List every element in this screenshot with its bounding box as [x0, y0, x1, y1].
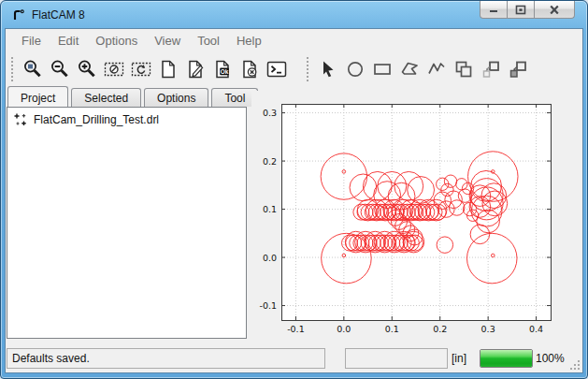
maximize-icon [515, 5, 526, 15]
menu-item-tool[interactable]: Tool [189, 31, 228, 51]
progress-bar [480, 349, 533, 368]
flatcam-window: FlatCAM 8 FileEditOptionsViewToolHelp Ok… [0, 0, 588, 379]
position-panel [345, 348, 448, 369]
tab-options[interactable]: Options [144, 88, 208, 107]
y-tick-label: 0.2 [263, 156, 277, 167]
maximize-button[interactable] [507, 1, 535, 19]
svg-text:Ok: Ok [220, 67, 228, 74]
menu-item-help[interactable]: Help [228, 31, 270, 51]
geometry-toolbar [301, 54, 531, 84]
copy-geometry-button[interactable] [450, 55, 477, 83]
y-tick-label: 0.3 [263, 108, 277, 118]
zoom-out-button[interactable] [46, 55, 73, 83]
circle-icon [344, 58, 366, 80]
progress-percent: 100% [536, 348, 565, 369]
resize-grip-icon[interactable] [569, 359, 580, 370]
menu-item-edit[interactable]: Edit [50, 31, 87, 51]
progress-bar-fill [480, 350, 532, 367]
tree-item[interactable]: FlatCam_Drilling_Test.drl [7, 108, 246, 129]
path-icon [425, 58, 448, 80]
tab-project[interactable]: Project [7, 86, 68, 107]
select-button[interactable] [314, 55, 341, 83]
delete-object-button[interactable] [236, 55, 263, 83]
x-tick-label: 0.4 [529, 324, 543, 334]
menu-bar: FileEditOptionsViewToolHelp [6, 29, 582, 51]
replot-icon [130, 58, 152, 80]
status-message-panel: Defaults saved. [7, 348, 325, 369]
minimize-button[interactable] [480, 1, 508, 19]
menu-item-view[interactable]: View [146, 31, 189, 51]
new-project-icon [157, 58, 179, 80]
project-tree-panel[interactable]: FlatCam_Drilling_Test.drl [7, 107, 247, 339]
delete-object-icon [238, 58, 261, 80]
save-project-icon: Ok [211, 58, 234, 80]
polygon-button[interactable] [395, 55, 423, 83]
clear-plot-button[interactable] [100, 55, 127, 83]
shell-icon [265, 58, 288, 80]
close-button[interactable] [534, 1, 575, 19]
copy-objects-button[interactable] [477, 55, 504, 83]
status-bar: Defaults saved. [in] 100% [6, 344, 582, 372]
x-tick-label: 0.0 [337, 324, 351, 334]
minimize-icon [488, 5, 499, 14]
select-icon [317, 58, 339, 80]
zoom-fit-button[interactable] [19, 55, 46, 83]
client-area: FileEditOptionsViewToolHelp Ok ProjectSe… [5, 28, 583, 373]
plot-canvas[interactable]: -0.10.00.10.20.30.4-0.10.00.10.20.3 [251, 91, 582, 342]
units-label: [in] [452, 348, 466, 369]
clear-plot-icon [103, 58, 125, 80]
x-tick-label: 0.3 [481, 324, 495, 334]
zoom-out-icon [49, 58, 71, 80]
copy-objects-icon [480, 58, 502, 80]
x-tick-label: -0.1 [287, 324, 305, 334]
zoom-in-icon [76, 58, 98, 80]
move-objects-button[interactable] [504, 55, 531, 83]
open-project-icon [184, 58, 207, 80]
plot-toolbar: Ok [6, 54, 290, 84]
close-icon [549, 5, 560, 15]
open-project-button[interactable] [181, 55, 208, 83]
menu-item-file[interactable]: File [13, 31, 50, 51]
toolbar-grip-icon[interactable] [11, 57, 15, 81]
rectangle-button[interactable] [368, 55, 395, 83]
window-controls [480, 1, 575, 19]
move-objects-icon [507, 58, 529, 80]
copy-geometry-icon [452, 58, 475, 80]
toolbar-grip-icon[interactable] [307, 57, 310, 81]
flatcam-logo-icon [11, 7, 26, 22]
path-button[interactable] [423, 55, 450, 83]
rectangle-icon [371, 58, 394, 80]
excellon-object-icon [13, 112, 27, 126]
save-project-button[interactable]: Ok [208, 55, 236, 83]
x-tick-label: 0.1 [385, 324, 399, 334]
menu-item-options[interactable]: Options [87, 31, 146, 51]
tab-selected[interactable]: Selected [71, 88, 141, 107]
circle-button[interactable] [341, 55, 368, 83]
notebook-tabs: ProjectSelectedOptionsTool [7, 86, 261, 107]
replot-button[interactable] [127, 55, 154, 83]
zoom-in-button[interactable] [73, 55, 100, 83]
window-title: FlatCAM 8 [32, 8, 85, 22]
shell-button[interactable] [263, 55, 290, 83]
toolbar: Ok [6, 51, 582, 86]
y-tick-label: 0.1 [263, 204, 277, 214]
y-tick-label: 0.0 [263, 253, 277, 263]
zoom-fit-icon [22, 58, 44, 80]
status-message: Defaults saved. [12, 352, 90, 365]
new-project-button[interactable] [154, 55, 181, 83]
x-tick-label: 0.2 [433, 324, 447, 334]
polygon-icon [398, 58, 421, 80]
tree-item-label: FlatCam_Drilling_Test.drl [34, 113, 159, 126]
y-tick-label: -0.1 [259, 300, 277, 311]
